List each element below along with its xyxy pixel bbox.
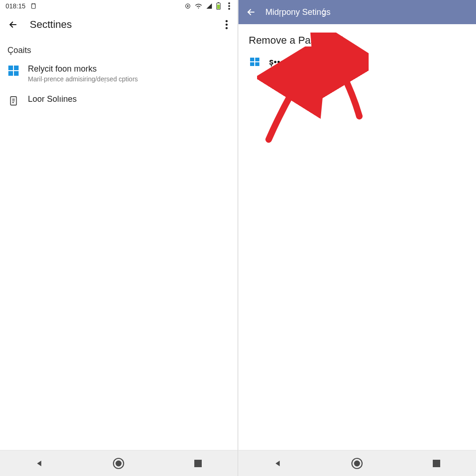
nav-recent-button[interactable]: [189, 454, 207, 473]
settings-list: Relycit foon morks Maril·prence admisiri…: [0, 59, 238, 112]
nav-home-button[interactable]: [348, 454, 366, 473]
right-page-title: Midŗpony Setinǵs: [265, 7, 331, 17]
list-item-title: Relycit foon morks: [28, 64, 138, 74]
svg-point-11: [225, 27, 228, 29]
svg-point-10: [225, 24, 228, 26]
right-top-bar: Midŗpony Setinǵs: [238, 0, 476, 24]
password-entry-row[interactable]: ṣ•••••••k: [238, 50, 476, 73]
svg-point-7: [228, 5, 230, 7]
masked-password-value: ṣ•••••••k: [269, 57, 303, 67]
sim-card-icon: [30, 3, 37, 9]
more-vert-icon[interactable]: [228, 2, 230, 10]
overflow-menu-button[interactable]: [220, 18, 233, 31]
android-status-bar: 018:15: [0, 0, 238, 12]
svg-point-14: [116, 460, 122, 466]
windows-icon: [7, 65, 20, 77]
svg-rect-15: [194, 460, 202, 467]
windows-icon: [249, 57, 261, 67]
list-item-subtitle: Maril·prence admisiring/deŗsed cptiors: [28, 75, 138, 83]
android-nav-bar: [238, 450, 476, 476]
nav-recent-button[interactable]: [427, 454, 446, 473]
left-page-title: Secttines: [30, 19, 72, 31]
nav-back-button[interactable]: [269, 454, 287, 473]
svg-rect-18: [433, 460, 440, 467]
svg-point-9: [225, 20, 228, 22]
nav-back-button[interactable]: [30, 454, 49, 473]
left-screenshot: 018:15: [0, 0, 238, 476]
list-item[interactable]: Relycit foon morks Maril·prence admisiri…: [0, 59, 238, 87]
document-icon: [7, 95, 20, 107]
right-screenshot: Midŗpony Setinǵs Remove a Password ṣ••••…: [238, 0, 476, 476]
svg-point-2: [187, 6, 188, 7]
back-button[interactable]: [7, 18, 20, 31]
android-nav-bar: [0, 450, 238, 476]
svg-rect-0: [32, 4, 35, 9]
svg-point-6: [228, 2, 230, 4]
svg-rect-4: [218, 2, 219, 3]
cell-signal-icon: [206, 3, 212, 9]
status-time: 018:15: [6, 2, 26, 10]
list-item-title: Loor Solıines: [28, 94, 77, 105]
list-item[interactable]: Loor Solıines: [0, 87, 238, 112]
back-button[interactable]: [245, 6, 257, 18]
left-app-bar: Secttines: [0, 12, 238, 37]
remove-password-heading: Remove a Password: [238, 24, 476, 50]
svg-point-8: [228, 8, 230, 10]
nav-home-button[interactable]: [109, 454, 128, 473]
battery-icon: [216, 2, 221, 10]
location-icon: [185, 3, 191, 9]
wifi-icon: [195, 3, 202, 9]
svg-point-17: [354, 460, 360, 466]
section-label: Çoaits: [0, 37, 238, 59]
svg-rect-5: [217, 5, 220, 9]
